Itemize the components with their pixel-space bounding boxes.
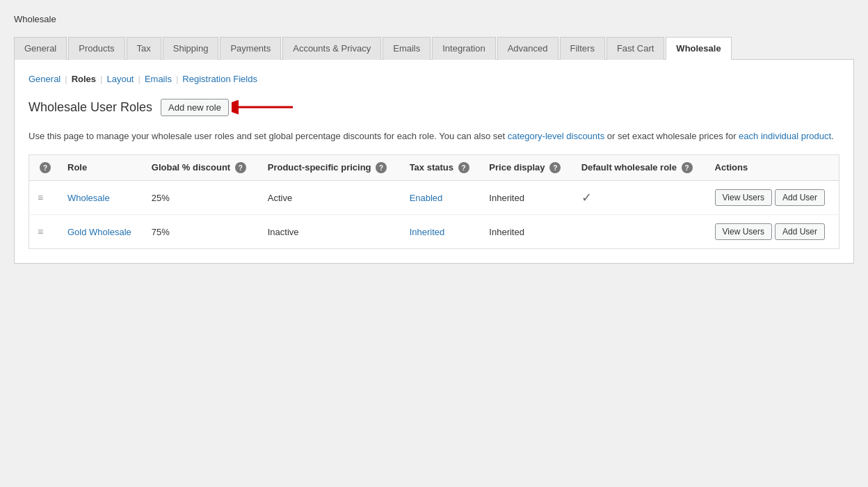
- product-pricing-1: Active: [259, 181, 401, 215]
- col-drag: ?: [29, 154, 60, 181]
- sub-nav-layout[interactable]: Layout: [106, 74, 134, 84]
- tab-filters[interactable]: Filters: [560, 37, 605, 60]
- category-discounts-link[interactable]: category-level discounts: [508, 131, 604, 141]
- tab-advanced[interactable]: Advanced: [497, 37, 558, 60]
- role-link-gold-wholesale[interactable]: Gold Wholesale: [67, 227, 131, 237]
- default-role-1: ✓: [573, 181, 707, 215]
- price-display-1: Inherited: [481, 181, 572, 215]
- sub-nav-roles[interactable]: Roles: [72, 74, 96, 84]
- tab-emails[interactable]: Emails: [383, 37, 431, 60]
- tab-fast-cart[interactable]: Fast Cart: [606, 37, 664, 60]
- nav-tabs: General Products Tax Shipping Payments A…: [14, 37, 854, 60]
- col-price-display: Price display ?: [481, 154, 572, 181]
- tax-status-2: Inherited: [401, 215, 481, 249]
- add-new-role-button[interactable]: Add new role: [161, 99, 229, 116]
- tab-payments[interactable]: Payments: [220, 37, 281, 60]
- product-pricing-help-icon[interactable]: ?: [376, 162, 387, 173]
- drag-help-icon[interactable]: ?: [40, 162, 51, 173]
- product-pricing-2: Inactive: [259, 215, 401, 249]
- drag-handle-2[interactable]: ≡: [38, 226, 43, 237]
- sub-nav-emails[interactable]: Emails: [145, 74, 172, 84]
- default-role-help-icon[interactable]: ?: [682, 162, 693, 173]
- price-display-help-icon[interactable]: ?: [549, 162, 561, 173]
- tab-accounts-privacy[interactable]: Accounts & Privacy: [282, 37, 381, 60]
- tab-integration[interactable]: Integration: [432, 37, 495, 60]
- global-discount-help-icon[interactable]: ?: [235, 162, 246, 173]
- checkmark-icon-1: ✓: [581, 191, 592, 205]
- view-users-button-2[interactable]: View Users: [715, 223, 772, 240]
- individual-product-link[interactable]: each individual product: [739, 131, 831, 141]
- global-discount-2: 75%: [143, 215, 259, 249]
- tab-wholesale[interactable]: Wholesale: [666, 37, 731, 60]
- view-users-button-1[interactable]: View Users: [715, 189, 772, 206]
- drag-handle-1[interactable]: ≡: [38, 192, 43, 203]
- description-text: Use this page to manage your wholesale u…: [29, 129, 839, 143]
- sub-nav-registration-fields[interactable]: Registration Fields: [182, 74, 257, 84]
- add-user-button-2[interactable]: Add User: [775, 223, 825, 240]
- sub-nav: General | Roles | Layout | Emails | Regi…: [29, 74, 839, 84]
- tax-status-1: Enabled: [401, 181, 481, 215]
- red-arrow: [232, 95, 294, 120]
- role-link-wholesale[interactable]: Wholesale: [67, 193, 110, 203]
- table-row: ≡ Gold Wholesale 75% Inactive Inherited …: [29, 215, 839, 249]
- tab-shipping[interactable]: Shipping: [163, 37, 219, 60]
- col-global-discount: Global % discount ?: [143, 154, 259, 181]
- sub-nav-general[interactable]: General: [29, 74, 61, 84]
- tab-general[interactable]: General: [14, 37, 67, 60]
- table-row: ≡ Wholesale 25% Active Enabled Inherited…: [29, 181, 839, 215]
- add-user-button-1[interactable]: Add User: [775, 189, 825, 206]
- section-title: Wholesale User Roles: [29, 100, 152, 115]
- default-role-2: [573, 215, 707, 249]
- col-role: Role: [59, 154, 143, 181]
- tab-products[interactable]: Products: [68, 37, 124, 60]
- tax-status-help-icon[interactable]: ?: [458, 162, 469, 173]
- roles-table: ? Role Global % discount ? Product-speci…: [29, 154, 839, 250]
- price-display-2: Inherited: [481, 215, 572, 249]
- col-actions: Actions: [707, 154, 839, 181]
- col-default-role: Default wholesale role ?: [573, 154, 707, 181]
- global-discount-1: 25%: [143, 181, 259, 215]
- tab-tax[interactable]: Tax: [127, 37, 161, 60]
- col-tax-status: Tax status ?: [401, 154, 481, 181]
- col-product-pricing: Product-specific pricing ?: [259, 154, 401, 181]
- page-title: Wholesale: [14, 14, 854, 24]
